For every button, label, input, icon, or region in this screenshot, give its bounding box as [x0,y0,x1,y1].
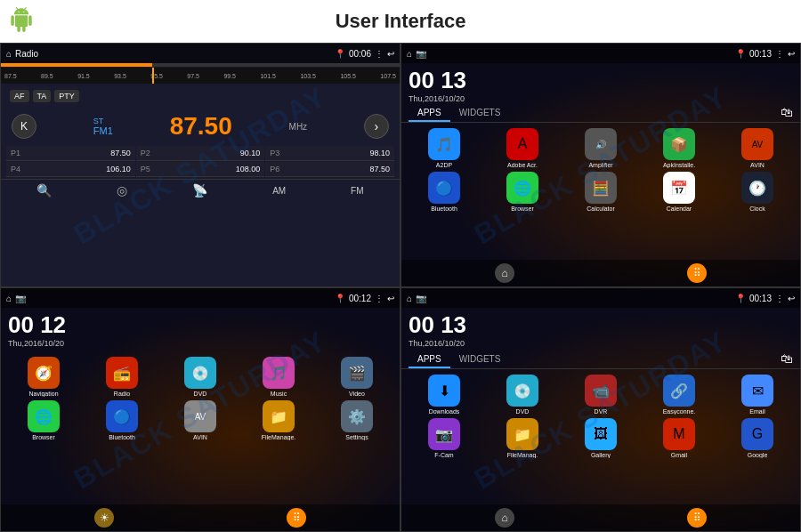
cam-icon-4: 📷 [416,294,426,303]
app-avin2[interactable]: AV AVIN [163,400,238,440]
apps-bottom-tabs: APPS WIDGETS 🛍 [401,351,800,369]
avin-icon: AV [741,128,773,160]
dock-home-2[interactable]: ⌂ [495,508,514,528]
radio-icon: 📻 [106,357,138,389]
menu-icon-3[interactable]: ⋮ [375,294,384,303]
radio-frequency: 87.50 [170,112,232,141]
home-date: Thu,2016/10/20 [8,339,392,348]
dvd-icon: 💿 [184,357,216,389]
app-browser[interactable]: 🌐 Browser [485,172,560,212]
app-email[interactable]: ✉ Email [720,375,795,415]
gmail-icon: M [663,418,695,450]
tab-widgets-bottom[interactable]: WIDGETS [450,351,510,368]
app-radio[interactable]: 📻 Radio [85,357,159,397]
home-icon-2[interactable]: ⌂ [407,49,412,59]
fcam-icon: 📷 [428,418,460,450]
preset-1[interactable]: P1 87.50 [6,146,135,161]
settings-icon: ⚙️ [341,400,373,432]
home-icon[interactable]: ⌂ [6,49,12,59]
app-google[interactable]: G Google [720,418,795,458]
af-button[interactable]: AF [10,90,29,102]
menu-icon[interactable]: ⋮ [375,49,384,59]
fm-label[interactable]: FM [351,186,363,196]
radio-prev-button[interactable]: K [12,114,36,139]
apps-top-tabs: APPS WIDGETS 🛍 [401,105,800,123]
store-icon[interactable]: 🛍 [781,105,793,122]
antenna-icon[interactable]: 📡 [192,183,207,197]
dvr-label: DVR [595,408,608,415]
app-easyconn[interactable]: 🔗 Easyconne. [642,375,716,415]
app-apkinstaller[interactable]: 📦 ApkInstalle. [642,128,716,168]
app-dvd2[interactable]: 💿 DVD [485,375,560,415]
apps-bottom-row2: 📷 F-Cam 📁 FileManag. 🖼 Gallery M Gmail G… [401,416,800,463]
app-avin[interactable]: AV AVIN [720,128,795,168]
app-dvr[interactable]: 📹 DVR [563,375,638,415]
location-icon-4: 📍 [735,294,746,303]
apps-bottom-row1: ⬇ Downloads 💿 DVD 📹 DVR 🔗 Easyconne. ✉ E… [401,369,800,416]
preset-6[interactable]: P6 87.50 [265,162,394,177]
apps-top-clock: 00 13 [409,67,466,94]
bluetooth2-icon: 🔵 [106,400,138,432]
dvd2-icon: 💿 [506,375,538,407]
app-video[interactable]: 🎬 Video [320,357,394,397]
app-settings[interactable]: ⚙️ Settings [320,400,394,440]
back-icon-4[interactable]: ↩ [788,294,795,303]
app-fcam[interactable]: 📷 F-Cam [407,418,481,458]
dock-apps-2[interactable]: ⠿ [687,508,707,528]
tab-apps-top[interactable]: APPS [409,105,450,122]
app-gallery[interactable]: 🖼 Gallery [563,418,638,458]
downloads-icon: ⬇ [428,375,460,407]
app-bluetooth[interactable]: 🔵 Bluetooth [407,172,481,212]
ta-button[interactable]: TA [33,90,52,102]
preset-4[interactable]: P4 106.10 [6,162,135,177]
calendar-label: Calendar [667,206,692,212]
radio-time: 00:06 [349,49,371,59]
back-icon[interactable]: ↩ [387,49,394,59]
app-filemanag2[interactable]: 📁 FileManag. [485,418,560,458]
preset-5[interactable]: P5 108.00 [136,162,265,177]
radio-main: K ST FM1 87.50 MHz › [1,109,400,144]
app-bluetooth2[interactable]: 🔵 Bluetooth [85,400,159,440]
app-dvd[interactable]: 💿 DVD [163,357,238,397]
back-icon-3[interactable]: ↩ [387,294,394,303]
app-a2dp[interactable]: 🎵 A2DP [407,128,481,168]
home-icon-3[interactable]: ⌂ [6,294,12,303]
app-amplifier[interactable]: 🔊 Amplifier [563,128,638,168]
music-label: Music [271,391,287,397]
app-clock[interactable]: 🕐 Clock [720,172,795,212]
location-icon-3: 📍 [335,294,345,303]
app-music[interactable]: 🎵 Music [241,357,316,397]
search-icon[interactable]: 🔍 [36,183,52,197]
tab-widgets-top[interactable]: WIDGETS [450,105,510,122]
radio-freq-bar[interactable]: 87.589.591.593.5 95.597.599.5101.5 103.5… [1,68,400,84]
a2dp-label: A2DP [436,162,452,168]
preset-3[interactable]: P3 98.10 [265,146,394,161]
app-browser2[interactable]: 🌐 Browser [6,400,81,440]
app-gmail[interactable]: M Gmail [642,418,716,458]
calendar-icon: 📅 [663,172,695,204]
home-icon-4[interactable]: ⌂ [407,294,412,303]
tab-apps-bottom[interactable]: APPS [409,351,450,368]
pty-button[interactable]: PTY [54,90,79,102]
menu-icon-2[interactable]: ⋮ [775,49,784,59]
app-filemanager[interactable]: 📁 FileManage. [241,400,316,440]
app-adobe[interactable]: A Adobe Acr. [485,128,560,168]
apps-top-status-bar: ⌂ 📷 📍 00:13 ⋮ ↩ [401,44,800,63]
dock-apps-home[interactable]: ⠿ [287,508,306,528]
preset-2[interactable]: P2 90.10 [136,146,265,161]
app-navigation[interactable]: 🧭 Navigation [6,357,81,397]
apps-top-date: Thu,2016/10/20 [409,94,466,103]
store-icon-2[interactable]: 🛍 [781,351,793,368]
dock-home[interactable]: ⌂ [495,263,514,283]
dock-sun[interactable]: ☀ [94,508,114,528]
menu-icon-4[interactable]: ⋮ [775,294,784,303]
screen-radio: BLACK SATURDAY ⌂ Radio 📍 00:06 ⋮ ↩ 87.58… [0,43,400,287]
radio-next-button[interactable]: › [364,114,389,139]
dock-apps[interactable]: ⠿ [687,263,707,283]
back-icon-2[interactable]: ↩ [788,49,795,59]
app-downloads[interactable]: ⬇ Downloads [407,375,481,415]
app-calendar[interactable]: 📅 Calendar [642,172,716,212]
app-calculator[interactable]: 🧮 Calculator [563,172,638,212]
am-label[interactable]: AM [272,186,286,196]
eq-icon[interactable]: ◎ [117,183,127,197]
